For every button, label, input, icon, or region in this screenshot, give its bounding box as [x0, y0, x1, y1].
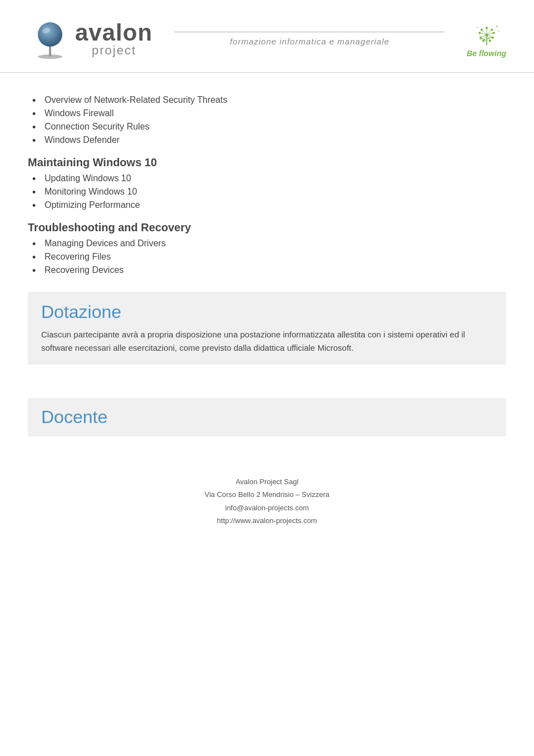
dotazione-title: Dotazione: [41, 302, 493, 322]
logo-project-text: project: [92, 44, 152, 57]
svg-point-26: [498, 31, 500, 32]
svg-point-18: [479, 37, 482, 39]
beflowing-text: Be flowing: [467, 49, 506, 58]
dotazione-text: Ciascun partecipante avrà a propria disp…: [41, 328, 493, 355]
header-divider: [175, 32, 444, 32]
top-bullet-list: Overview of Network-Related Security Thr…: [28, 95, 506, 145]
svg-point-2: [38, 22, 62, 47]
maintaining-heading: Maintaining Windows 10: [28, 156, 506, 169]
list-item: Updating Windows 10: [28, 173, 506, 183]
list-item: Recovering Devices: [28, 265, 506, 275]
main-content: Overview of Network-Related Security Thr…: [0, 78, 534, 453]
svg-point-22: [482, 39, 484, 42]
svg-point-20: [488, 39, 491, 42]
list-item: Managing Devices and Drivers: [28, 238, 506, 248]
footer-company: Avalon Project Sagl: [11, 475, 523, 488]
footer-address: Via Corso Bello 2 Mendrisio – Svizzera: [11, 488, 523, 501]
header-center: formazione informatica e manageriale: [152, 32, 467, 46]
dotazione-section: Dotazione Ciascun partecipante avrà a pr…: [28, 292, 506, 365]
list-item: Connection Security Rules: [28, 122, 506, 132]
list-item: Recovering Files: [28, 252, 506, 262]
header: avalon project formazione informatica e …: [0, 0, 534, 73]
footer: Avalon Project Sagl Via Corso Bello 2 Me…: [0, 464, 534, 539]
svg-point-14: [478, 32, 481, 34]
list-item: Windows Defender: [28, 135, 506, 145]
beflowing-flower-icon: [470, 20, 503, 48]
footer-website: http://www.avalon-projects.com: [11, 514, 523, 527]
footer-email: info@avalon-projects.com: [11, 501, 523, 514]
svg-point-24: [496, 26, 497, 27]
list-item: Overview of Network-Related Security Thr…: [28, 95, 506, 105]
list-item: Optimizing Performance: [28, 200, 506, 210]
avalon-logo-icon: [28, 17, 72, 61]
logo-avalon-text: avalon: [75, 21, 152, 44]
svg-point-16: [491, 37, 493, 39]
maintaining-list: Updating Windows 10 Monitoring Windows 1…: [28, 173, 506, 210]
list-item: Monitoring Windows 10: [28, 187, 506, 197]
docente-section: Docente: [28, 398, 506, 436]
list-item: Windows Firewall: [28, 108, 506, 118]
troubleshooting-list: Managing Devices and Drivers Recovering …: [28, 238, 506, 275]
svg-point-6: [486, 27, 488, 29]
svg-point-8: [491, 28, 493, 31]
docente-title: Docente: [41, 407, 493, 427]
logo-area: avalon project: [28, 17, 152, 61]
svg-point-12: [492, 32, 495, 34]
svg-point-10: [480, 28, 482, 31]
page: avalon project formazione informatica e …: [0, 0, 534, 756]
troubleshooting-heading: Troubleshooting and Recovery: [28, 221, 506, 234]
beflowing-logo: Be flowing: [467, 20, 506, 58]
svg-point-25: [477, 27, 478, 28]
header-tagline: formazione informatica e manageriale: [230, 37, 389, 46]
svg-point-23: [485, 33, 488, 36]
logo-text: avalon project: [75, 21, 152, 57]
